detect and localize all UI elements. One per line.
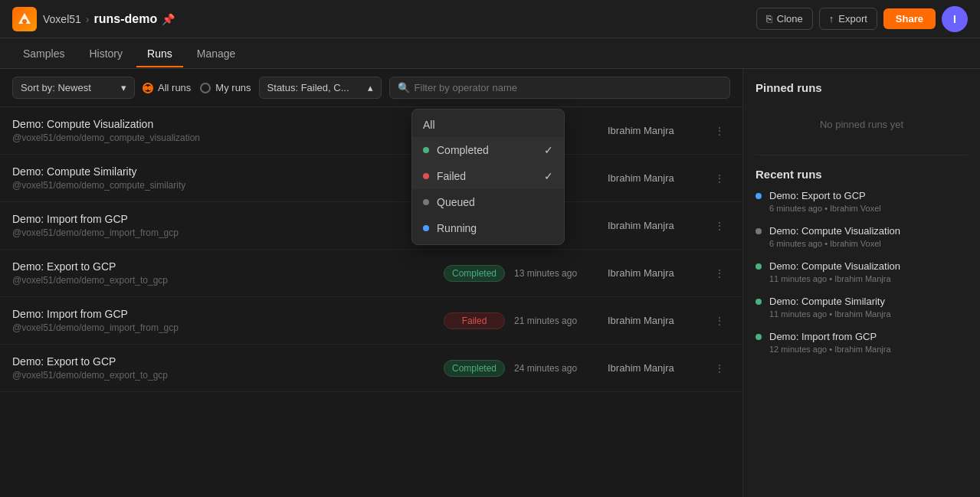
status-dropdown-menu: All Completed ✓ Failed ✓ Queued Running xyxy=(411,109,565,245)
list-item: Demo: Compute Similarity 11 minutes ago … xyxy=(755,296,968,319)
run-name: Demo: Compute Visualization xyxy=(12,118,434,130)
no-pinned-text: No pinned runs yet xyxy=(755,103,968,149)
tab-runs[interactable]: Runs xyxy=(136,41,183,67)
nav-tabs: Samples History Runs Manage xyxy=(0,38,980,69)
recent-dot-icon xyxy=(755,299,762,305)
recent-info: Demo: Export to GCP 6 minutes ago • Ibra… xyxy=(769,190,968,213)
list-item: Demo: Export to GCP 6 minutes ago • Ibra… xyxy=(755,190,968,213)
left-panel: Sort by: Newest ▾ All runs My runs Statu… xyxy=(0,69,742,497)
recent-run-meta: 12 minutes ago • Ibrahim Manjra xyxy=(769,345,968,354)
run-name: Demo: Import from GCP xyxy=(12,213,434,225)
recent-run-meta: 6 minutes ago • Ibrahim Voxel xyxy=(769,204,968,213)
pin-icon[interactable]: 📌 xyxy=(162,13,175,25)
my-runs-radio-btn xyxy=(200,83,211,93)
run-path: @voxel51/demo/demo_export_to_gcp xyxy=(12,275,434,286)
pinned-runs-title: Pinned runs xyxy=(755,81,968,94)
queued-dot xyxy=(423,199,429,205)
status-label: Status: Failed, C... xyxy=(267,82,349,93)
right-panel: Pinned runs No pinned runs yet Recent ru… xyxy=(742,69,980,497)
more-menu-button[interactable]: ⋮ xyxy=(709,310,730,332)
dropdown-item-queued[interactable]: Queued xyxy=(412,189,564,215)
run-info: Demo: Import from GCP @voxel51/demo/demo… xyxy=(12,213,434,238)
tab-samples[interactable]: Samples xyxy=(12,41,75,67)
my-runs-label: My runs xyxy=(215,82,251,93)
recent-dot-icon xyxy=(755,228,762,234)
table-row: Demo: Export to GCP @voxel51/demo/demo_e… xyxy=(0,250,742,297)
recent-info: Demo: Compute Visualization 11 minutes a… xyxy=(769,260,968,283)
table-row: Demo: Compute Similarity @voxel51/demo/d… xyxy=(0,155,742,202)
run-path: @voxel51/demo/demo_export_to_gcp xyxy=(12,370,434,381)
main-content: Sort by: Newest ▾ All runs My runs Statu… xyxy=(0,69,980,497)
run-info: Demo: Import from GCP @voxel51/demo/demo… xyxy=(12,308,434,333)
run-name: Demo: Export to GCP xyxy=(12,260,434,273)
all-runs-radio-btn xyxy=(143,83,153,93)
app-logo xyxy=(12,7,37,31)
tab-manage[interactable]: Manage xyxy=(186,41,247,67)
dropdown-item-completed[interactable]: Completed ✓ xyxy=(412,137,564,163)
status-badge: Completed xyxy=(444,265,505,282)
status-badge: Failed xyxy=(444,312,505,329)
dropdown-item-running[interactable]: Running xyxy=(412,215,564,241)
running-label: Running xyxy=(437,222,477,234)
more-menu-button[interactable]: ⋮ xyxy=(709,120,730,142)
recent-run-meta: 11 minutes ago • Ibrahim Manjra xyxy=(769,274,968,283)
recent-info: Demo: Import from GCP 12 minutes ago • I… xyxy=(769,331,968,354)
topbar: Voxel51 › runs-demo 📌 ⎘ Clone ↑ Export S… xyxy=(0,0,980,38)
radio-group: All runs My runs xyxy=(143,82,251,93)
run-time: 24 minutes ago xyxy=(514,363,598,374)
table-row: Demo: Import from GCP @voxel51/demo/demo… xyxy=(0,202,742,250)
toolbar: Sort by: Newest ▾ All runs My runs Statu… xyxy=(0,69,742,107)
sort-label: Sort by: Newest xyxy=(21,82,91,93)
org-name[interactable]: Voxel51 xyxy=(43,13,81,25)
table-row: Demo: Import from GCP @voxel51/demo/demo… xyxy=(0,297,742,345)
share-button[interactable]: Share xyxy=(883,8,936,29)
run-name: Demo: Compute Similarity xyxy=(12,165,434,178)
status-dropdown[interactable]: Status: Failed, C... ▴ xyxy=(259,77,382,99)
my-runs-radio[interactable]: My runs xyxy=(200,82,251,93)
recent-info: Demo: Compute Similarity 11 minutes ago … xyxy=(769,296,968,319)
failed-label: Failed xyxy=(437,170,466,182)
status-badge: Completed xyxy=(444,360,505,377)
recent-runs-title: Recent runs xyxy=(755,168,968,181)
topbar-left: Voxel51 › runs-demo 📌 xyxy=(12,7,175,31)
recent-info: Demo: Compute Visualization 6 minutes ag… xyxy=(769,225,968,248)
recent-run-name: Demo: Compute Visualization xyxy=(769,225,968,237)
run-list: Demo: Compute Visualization @voxel51/dem… xyxy=(0,107,742,392)
all-runs-radio[interactable]: All runs xyxy=(143,82,191,93)
dropdown-item-all[interactable]: All xyxy=(412,113,564,137)
queued-label: Queued xyxy=(437,196,475,208)
export-button[interactable]: ↑ Export xyxy=(819,8,877,30)
chevron-down-icon: ▾ xyxy=(121,82,126,93)
panel-divider xyxy=(755,155,968,155)
run-path: @voxel51/demo/demo_import_from_gcp xyxy=(12,322,434,333)
failed-check-icon: ✓ xyxy=(544,170,553,182)
recent-run-name: Demo: Import from GCP xyxy=(769,331,968,342)
chevron-up-icon: ▴ xyxy=(368,82,373,93)
project-name[interactable]: runs-demo xyxy=(94,12,158,26)
run-time: 13 minutes ago xyxy=(514,268,598,279)
run-path: @voxel51/demo/demo_compute_visualization xyxy=(12,132,434,143)
sort-select[interactable]: Sort by: Newest ▾ xyxy=(12,77,135,99)
more-menu-button[interactable]: ⋮ xyxy=(709,215,730,237)
recent-dot-icon xyxy=(755,334,762,340)
clone-label: Clone xyxy=(777,13,803,25)
more-menu-button[interactable]: ⋮ xyxy=(709,263,730,284)
run-name: Demo: Export to GCP xyxy=(12,355,434,368)
clone-button[interactable]: ⎘ Clone xyxy=(756,8,813,30)
run-user: Ibrahim Manjra xyxy=(608,315,700,326)
more-menu-button[interactable]: ⋮ xyxy=(709,168,730,189)
run-user: Ibrahim Manjra xyxy=(608,267,700,279)
tab-history[interactable]: History xyxy=(78,41,133,67)
run-path: @voxel51/demo/demo_import_from_gcp xyxy=(12,227,434,238)
filter-input[interactable] xyxy=(415,82,722,93)
avatar[interactable]: I xyxy=(942,6,968,32)
recent-run-meta: 6 minutes ago • Ibrahim Voxel xyxy=(769,239,968,248)
dropdown-item-failed[interactable]: Failed ✓ xyxy=(412,163,564,189)
failed-dot xyxy=(423,173,429,179)
run-info: Demo: Compute Similarity @voxel51/demo/d… xyxy=(12,165,434,191)
run-user: Ibrahim Manjra xyxy=(608,172,700,184)
more-menu-button[interactable]: ⋮ xyxy=(709,358,730,379)
export-icon: ↑ xyxy=(829,13,834,25)
list-item: Demo: Import from GCP 12 minutes ago • I… xyxy=(755,331,968,354)
breadcrumb-separator: › xyxy=(86,13,90,25)
